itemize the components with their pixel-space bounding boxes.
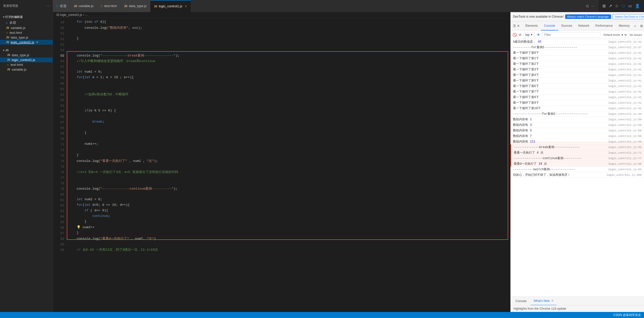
console-bottom-tabs: Console What's New ✕ (510, 297, 644, 305)
tab-testhtml[interactable]: ◇ test.html (97, 0, 120, 12)
dt-tab-console[interactable]: Console (541, 21, 558, 31)
datatype-tab-icon: JS (124, 5, 127, 8)
code-line-49: for (ccc of d){ (67, 20, 510, 25)
js-file-testhtml[interactable]: ◇ test.html (0, 62, 53, 67)
log-level-select[interactable]: Default levels ▼ (602, 33, 628, 37)
log-entry: 数组内容有 7 logic_control1.js:50 (510, 133, 644, 139)
code-line-71: num1++; (67, 142, 510, 148)
split-editor-icon[interactable]: ⧉ (586, 4, 589, 8)
tab-logiccontrol[interactable]: JS logic_control1.js ✕ (150, 0, 191, 12)
tab-more-icon[interactable]: ⋯ (591, 4, 595, 8)
code-line-76: //e=1 到e=4 一共执行了4次，e=5 直接退出了没有执行后续的代码 (67, 170, 510, 175)
code-line-87: } (67, 231, 510, 236)
console-log-area: b最后的数值是： 45 logic_control1.js:31 -------… (510, 39, 644, 297)
dt-tab-performance[interactable]: Performance (592, 21, 616, 31)
welcome-tab-label: 欢迎 (60, 4, 67, 8)
window-icon[interactable]: ▭ (628, 4, 632, 8)
code-line-51 (67, 31, 510, 37)
sidebar-more-icon[interactable]: ⋯ (46, 4, 50, 8)
share-icon[interactable]: ↗ (609, 4, 612, 8)
profile-icon[interactable]: 👤 (635, 4, 640, 8)
cb-tab-whats-new[interactable]: What's New ✕ (531, 297, 557, 305)
dock-icon[interactable]: ☰ (513, 24, 516, 28)
switch-devtools-button[interactable]: Switch DevTools to Chinese (613, 14, 644, 19)
notification-text: DevTools is now available in Chinese! (513, 15, 564, 18)
log-entry: -----------switch案例-------------- logic_… (510, 167, 644, 172)
variable-sidebar-icon: JS (6, 26, 9, 29)
console-filter-icon[interactable]: ⊘ (519, 33, 522, 37)
logiccontrol-sidebar-icon: JS (6, 41, 9, 44)
code-line-82: for(let d=0; d <= 10; d++){ (67, 203, 510, 209)
dt-tab-sources[interactable]: Sources (558, 21, 575, 31)
sidebar-header-bar: 资源管理器 ⋯ (0, 0, 53, 12)
dt-tab-network[interactable]: Network (575, 21, 592, 31)
variable-tab-label: variable.js (79, 4, 93, 8)
testhtml-tab-label: test.html (104, 4, 117, 8)
log-entry: 看一下循环了第9下 logic_control1.js:41 (510, 100, 644, 106)
close-devtools-icon[interactable]: ✕ (517, 24, 520, 28)
console-toolbar: 🚫 ⊘ top ▼ 👁 Default levels ▼ No Issues (510, 31, 644, 39)
whats-new-close-icon[interactable]: ✕ (551, 299, 554, 302)
devtools-panel: DevTools is now available in Chinese! Al… (510, 12, 644, 312)
log-entry: 数组内容有 5 logic_control1.js:50 (510, 128, 644, 133)
code-line-77 (67, 175, 510, 181)
code-line-78 (67, 181, 510, 186)
code-line-80 (67, 192, 510, 197)
sidebar-item-welcome[interactable]: ▷ 欢迎 (0, 20, 53, 25)
js-file-logiccontrol[interactable]: JS logic_control1.js (0, 57, 53, 62)
code-line-61 (67, 86, 510, 92)
js-file-variable[interactable]: JS variable.js (0, 67, 53, 72)
tab-variable[interactable]: JS variable.js (70, 0, 97, 12)
js-file-datatype[interactable]: JS data_type.js (0, 53, 53, 57)
code-line-58: let num1 = 0; (67, 70, 510, 75)
console-clear-icon[interactable]: 🚫 (512, 33, 517, 37)
tab-datatype[interactable]: JS data_type.js (120, 0, 150, 12)
code-line-60 (67, 81, 510, 86)
context-dropdown[interactable]: top ▼ (524, 32, 535, 37)
js-chevron-icon: ▾ (3, 49, 4, 52)
dt-tab-elements[interactable]: Elements (522, 21, 541, 31)
welcome-sidebar-icon: ▷ (6, 21, 8, 24)
sidebar: ▾ 打开的编辑器 ▷ 欢迎 JS variable.js ◇ test.html… (0, 12, 53, 312)
dt-tab-memory[interactable]: Memory (616, 21, 633, 31)
dt-tab-more[interactable]: » (633, 21, 637, 31)
sidebar-item-logiccontrol[interactable]: JS logic_control1.js ✕ (0, 40, 53, 45)
log-entry: 看一下循环了第2下 logic_control1.js:41 (510, 61, 644, 67)
breadcrumb: JS logic_control1.js › ... (53, 12, 510, 18)
cb-tab-console[interactable]: Console (512, 297, 530, 305)
sidebar-item-testhtml[interactable]: ◇ test.html (0, 30, 53, 35)
star-icon[interactable]: ☆ (615, 4, 619, 8)
dt-settings-icons: ⚙ ⋮ (637, 24, 644, 28)
log-entry: 数组内容有 3 logic_control1.js:50 (510, 122, 644, 128)
log-entry: 看一下循环了第5下 logic_control1.js:41 (510, 78, 644, 83)
log-entry: 看一下循环了第7下 logic_control1.js:41 (510, 89, 644, 95)
code-line-66 (67, 114, 510, 120)
match-language-button[interactable]: Always match Chrome's language (565, 14, 611, 19)
console-eye-icon[interactable]: 👁 (537, 33, 540, 37)
sidebar-item-variable[interactable]: JS variable.js (0, 25, 53, 30)
top-right-icons: ⊞ ↗ ☆ ⬡ ▭ 👤 (598, 0, 644, 12)
open-editors-section: ▾ 打开的编辑器 ▷ 欢迎 JS variable.js ◇ test.html… (0, 12, 53, 46)
tab-bar: ▷ 欢迎 JS variable.js ◇ test.html JS data_… (53, 0, 598, 12)
js-section: ▾ JS JS data_type.js JS logic_control1.j… (0, 46, 53, 73)
sidebar-title: 资源管理器 (3, 4, 18, 8)
dt-settings-icon[interactable]: ⚙ (640, 24, 643, 28)
code-line-59: for(let e = 1; e < 10 ; e++){ (67, 75, 510, 81)
tab-close-icon[interactable]: ✕ (185, 5, 187, 8)
code-line-68 (67, 125, 510, 131)
code-lines: for (ccc of d){ console.log("数组内容有", ccc… (67, 18, 510, 312)
log-entry: 看一下循环了第6下 logic_control1.js:41 (510, 83, 644, 89)
code-line-81: let num2 = 0; (67, 197, 510, 203)
chevron-down-icon: ▾ (3, 16, 4, 18)
sidebar-item-datatype[interactable]: JS data_type.js (0, 35, 53, 40)
code-line-72 (67, 148, 510, 153)
code-line-53 (67, 42, 510, 48)
code-line-50: console.log("数组内容有", ccc); (67, 25, 510, 31)
translate-icon[interactable]: ⊞ (602, 4, 606, 8)
code-line-69: } (67, 131, 510, 136)
logiccontrol-tab-label: logic_control1.js (159, 4, 182, 8)
code-line-63 (67, 98, 510, 103)
extension-icon[interactable]: ⬡ (622, 4, 625, 8)
tab-welcome[interactable]: ▷ 欢迎 (53, 0, 70, 12)
console-filter-input[interactable] (542, 32, 600, 38)
